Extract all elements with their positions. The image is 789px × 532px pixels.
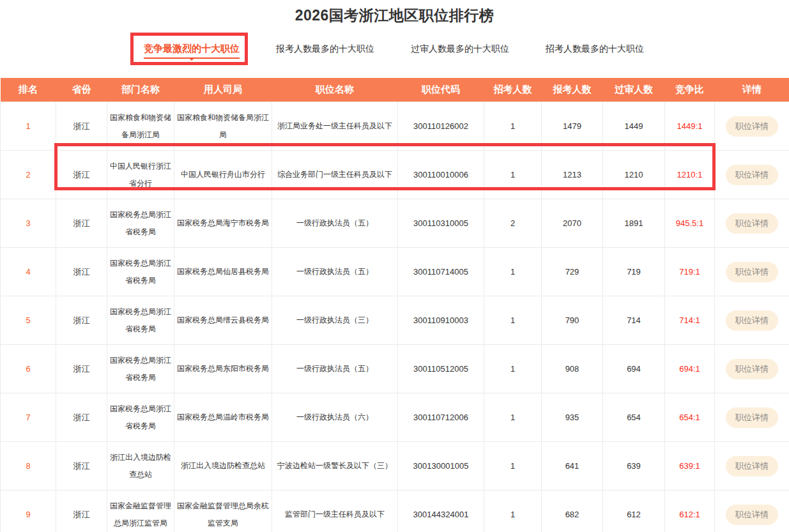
table-row: 6浙江国家税务总局浙江省税务局国家税务总局东阳市税务局一级行政执法员（五）300…: [1, 345, 789, 393]
tab-most-applicants[interactable]: 报考人数最多的十大职位: [276, 43, 374, 54]
tab-most-passed[interactable]: 过审人数最多的十大职位: [411, 43, 509, 54]
job-detail-button[interactable]: 职位详情: [726, 310, 778, 331]
cell-rank: 4: [1, 248, 56, 296]
cell-detail: 职位详情: [715, 102, 789, 151]
cell-bureau: 国家税务总局温岭市税务局: [174, 393, 272, 442]
cell-position: 浙江局业务处一级主任科员及以下: [272, 102, 398, 151]
cell-apply: 729: [542, 248, 603, 296]
tab-most-competitive[interactable]: 竞争最激烈的十大职位: [144, 43, 240, 59]
table-row: 5浙江国家税务总局浙江省税务局国家税务总局缙云县税务局一级行政执法员（三）300…: [1, 296, 789, 345]
cell-code: 300110010006: [398, 151, 484, 199]
cell-pass: 714: [603, 296, 665, 345]
cell-detail: 职位详情: [715, 296, 789, 345]
tab-most-recruited[interactable]: 招考人数最多的十大职位: [546, 43, 644, 54]
cell-ratio: 654:1: [665, 393, 715, 442]
cell-pass: 639: [603, 442, 665, 490]
cell-pass: 612: [603, 490, 665, 532]
cell-recruit: 1: [484, 102, 542, 151]
table-row: 1浙江国家粮食和物资储备局浙江局国家粮食和物资储备局浙江局浙江局业务处一级主任科…: [1, 102, 789, 151]
cell-rank: 7: [1, 393, 56, 442]
table-row: 8浙江浙江出入境边防检查总站浙江出入境边防检查总站宁波边检站一级警长及以下（三）…: [1, 442, 789, 490]
column-header-rank: 排名: [1, 78, 56, 102]
cell-province: 浙江: [56, 345, 107, 393]
cell-code: 300110910003: [398, 296, 484, 345]
cell-province: 浙江: [56, 151, 107, 199]
cell-detail: 职位详情: [715, 442, 789, 490]
cell-ratio: 639:1: [665, 442, 715, 490]
cell-recruit: 1: [484, 248, 542, 296]
table-row: 7浙江国家税务总局浙江省税务局国家税务总局温岭市税务局一级行政执法员（六）300…: [1, 393, 789, 442]
cell-recruit: 1: [484, 151, 542, 199]
cell-apply: 935: [542, 393, 603, 442]
cell-pass: 719: [603, 248, 665, 296]
cell-province: 浙江: [56, 296, 107, 345]
cell-position: 综合业务部门一级主任科员及以下: [272, 151, 398, 199]
cell-recruit: 1: [484, 393, 542, 442]
ranking-table: 排名省份部门名称用人司局职位名称职位代码招考人数报考人数过审人数竞争比详情 1浙…: [0, 78, 789, 532]
cell-pass: 654: [603, 393, 665, 442]
cell-detail: 职位详情: [715, 248, 789, 296]
cell-pass: 1210: [603, 151, 665, 199]
cell-apply: 641: [542, 442, 603, 490]
active-tab-caret-icon: [188, 57, 195, 64]
cell-detail: 职位详情: [715, 490, 789, 532]
job-detail-button[interactable]: 职位详情: [726, 165, 778, 185]
cell-code: 300110310005: [398, 199, 484, 248]
cell-code: 300110512005: [398, 345, 484, 393]
cell-province: 浙江: [56, 248, 107, 296]
cell-detail: 职位详情: [715, 199, 789, 248]
job-detail-button[interactable]: 职位详情: [726, 407, 778, 428]
column-header-detail: 详情: [715, 78, 789, 102]
cell-ratio: 612:1: [665, 490, 715, 532]
job-detail-button[interactable]: 职位详情: [726, 116, 778, 137]
job-detail-button[interactable]: 职位详情: [726, 456, 778, 476]
cell-pass: 694: [603, 345, 665, 393]
cell-bureau: 浙江出入境边防检查总站: [174, 442, 272, 490]
cell-position: 监管部门一级主任科员及以下: [272, 490, 398, 532]
cell-code: 300110126002: [398, 102, 484, 151]
column-header-recruit: 招考人数: [484, 78, 542, 102]
cell-department: 中国人民银行浙江省分行: [107, 151, 174, 199]
cell-position: 一级行政执法员（五）: [272, 248, 398, 296]
cell-rank: 6: [1, 345, 56, 393]
job-detail-button[interactable]: 职位详情: [726, 359, 778, 379]
cell-rank: 5: [1, 296, 56, 345]
tab-label: 竞争最激烈的十大职位: [144, 43, 240, 54]
cell-pass: 1449: [603, 102, 665, 151]
cell-department: 国家税务总局浙江省税务局: [107, 393, 174, 442]
cell-detail: 职位详情: [715, 393, 789, 442]
cell-department: 国家税务总局浙江省税务局: [107, 199, 174, 248]
cell-bureau: 中国人民银行舟山市分行: [174, 151, 272, 199]
cell-ratio: 714:1: [665, 296, 715, 345]
column-header-apply: 报考人数: [542, 78, 603, 102]
cell-ratio: 945.5:1: [665, 199, 715, 248]
page-title: 2026国考浙江地区职位排行榜: [0, 6, 789, 26]
cell-position: 一级行政执法员（六）: [272, 393, 398, 442]
job-detail-button[interactable]: 职位详情: [726, 505, 778, 525]
cell-code: 300110714005: [398, 248, 484, 296]
cell-department: 国家金融监督管理总局浙江监管局: [107, 490, 174, 532]
cell-department: 国家粮食和物资储备局浙江局: [107, 102, 174, 151]
cell-code: 300130001005: [398, 442, 484, 490]
cell-recruit: 1: [484, 442, 542, 490]
cell-recruit: 1: [484, 296, 542, 345]
column-header-department: 部门名称: [107, 78, 174, 102]
column-header-pass: 过审人数: [603, 78, 665, 102]
cell-bureau: 国家税务总局缙云县税务局: [174, 296, 272, 345]
job-detail-button[interactable]: 职位详情: [726, 262, 778, 282]
cell-apply: 1213: [542, 151, 603, 199]
cell-position: 一级行政执法员（五）: [272, 199, 398, 248]
cell-bureau: 国家税务总局仙居县税务局: [174, 248, 272, 296]
cell-recruit: 1: [484, 490, 542, 532]
cell-province: 浙江: [56, 490, 107, 532]
cell-apply: 2070: [542, 199, 603, 248]
ranking-table-wrap: 排名省份部门名称用人司局职位名称职位代码招考人数报考人数过审人数竞争比详情 1浙…: [0, 78, 789, 532]
column-header-province: 省份: [56, 78, 107, 102]
cell-position: 一级行政执法员（五）: [272, 345, 398, 393]
cell-pass: 1891: [603, 199, 665, 248]
cell-position: 宁波边检站一级警长及以下（三）: [272, 442, 398, 490]
job-detail-button[interactable]: 职位详情: [726, 213, 778, 234]
cell-detail: 职位详情: [715, 151, 789, 199]
table-row: 9浙江国家金融监督管理总局浙江监管局国家金融监督管理总局余杭监管支局监管部门一级…: [1, 490, 789, 532]
cell-province: 浙江: [56, 199, 107, 248]
